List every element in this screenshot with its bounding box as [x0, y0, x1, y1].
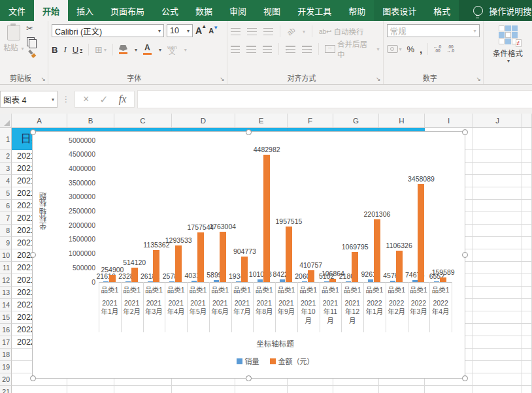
legend-item[interactable]: 销量 [237, 356, 259, 366]
selection-handle[interactable] [462, 375, 468, 381]
column-header-G[interactable]: G [333, 114, 379, 127]
cell[interactable] [473, 274, 522, 287]
row-header-2[interactable]: 2 [0, 150, 12, 163]
row-header-6[interactable]: 6 [0, 200, 12, 212]
bar-amount[interactable] [175, 245, 182, 282]
cell[interactable] [473, 287, 522, 299]
selection-handle[interactable] [462, 252, 468, 258]
cell[interactable] [522, 163, 532, 175]
cell[interactable] [473, 163, 522, 175]
bar-amount[interactable] [109, 275, 116, 282]
bold-button[interactable]: B [52, 45, 58, 55]
selection-handle[interactable] [246, 129, 252, 135]
accounting-format-button[interactable]: ▾ [387, 45, 402, 53]
selection-handle[interactable] [462, 129, 468, 135]
bar-sales[interactable] [434, 281, 439, 282]
select-all-corner[interactable] [0, 114, 12, 127]
column-header-J[interactable]: J [473, 114, 522, 127]
cell[interactable] [473, 262, 522, 274]
conditional-formatting-button[interactable]: ≠ 条件格式 ▾ [487, 25, 529, 64]
selection-handle[interactable] [30, 129, 36, 135]
cell[interactable] [473, 349, 522, 361]
cell[interactable] [522, 349, 532, 361]
ribbon-tab-公式[interactable]: 公式 [153, 0, 187, 21]
cell[interactable] [333, 386, 379, 393]
row-header-4[interactable]: 4 [0, 175, 12, 187]
cell[interactable] [522, 175, 532, 187]
cell[interactable] [522, 361, 532, 373]
cell[interactable] [522, 128, 532, 150]
bar-sales[interactable] [368, 279, 373, 282]
row-header-12[interactable]: 12 [0, 274, 12, 287]
cell[interactable] [473, 237, 522, 249]
enter-button[interactable]: ✓ [99, 93, 108, 106]
bar-amount[interactable] [263, 155, 270, 282]
align-top-icon[interactable] [231, 28, 241, 35]
name-box[interactable]: 图表 4▾ [0, 91, 58, 108]
cell[interactable] [235, 386, 288, 393]
cell[interactable] [473, 225, 522, 237]
cell[interactable] [522, 150, 532, 163]
align-middle-icon[interactable] [247, 28, 257, 35]
increase-decimal-button[interactable]: ←.0.00 [433, 45, 441, 54]
italic-button[interactable]: I [63, 44, 66, 55]
bar-sales[interactable] [148, 281, 153, 282]
cell[interactable] [473, 128, 522, 150]
font-color-button[interactable]: A [143, 44, 152, 55]
bar-amount[interactable] [352, 252, 358, 282]
row-header-8[interactable]: 8 [0, 225, 12, 237]
bar-sales[interactable] [412, 280, 418, 282]
row-header-5[interactable]: 5 [0, 187, 12, 200]
formula-input[interactable] [137, 90, 532, 108]
ribbon-tab-插入[interactable]: 插入 [68, 0, 102, 21]
contextual-tab-格式[interactable]: 格式 [425, 0, 459, 21]
selection-handle[interactable] [246, 375, 252, 381]
borders-button[interactable]: ⊞▾ [95, 44, 107, 55]
cell[interactable] [522, 249, 532, 262]
cell[interactable] [473, 361, 522, 373]
row-header-20[interactable]: 20 [0, 373, 12, 386]
row-header-9[interactable]: 9 [0, 237, 12, 249]
align-bottom-icon[interactable] [263, 28, 273, 35]
font-dialog-launcher[interactable]: ↘ [220, 76, 225, 82]
row-header-21[interactable]: 21 [0, 386, 12, 393]
cell[interactable] [473, 187, 522, 200]
column-header-A[interactable]: A [12, 114, 67, 127]
row-header-17[interactable]: 17 [0, 336, 12, 349]
cell[interactable] [522, 324, 532, 336]
cell[interactable] [522, 200, 532, 212]
number-dialog-launcher[interactable]: ↘ [476, 76, 481, 82]
format-painter-icon[interactable] [25, 48, 37, 59]
cell[interactable] [473, 336, 522, 349]
grow-font-button[interactable]: A▲ [195, 25, 206, 36]
row-header-16[interactable]: 16 [0, 324, 12, 336]
font-size-combo[interactable]: 10▾ [167, 24, 193, 37]
bar-amount[interactable] [418, 184, 424, 282]
cell[interactable] [522, 336, 532, 349]
fill-color-button[interactable] [119, 45, 127, 54]
cell[interactable] [522, 212, 532, 225]
bar-sales[interactable] [280, 279, 285, 282]
align-right-icon[interactable] [263, 46, 273, 53]
column-header-F[interactable]: F [288, 114, 333, 127]
column-header-E[interactable]: E [235, 114, 288, 127]
paste-button[interactable]: 粘贴 ▾ [3, 25, 25, 52]
ribbon-tab-开发工具[interactable]: 开发工具 [289, 0, 340, 21]
phonetic-guide-button[interactable]: wén文 [167, 45, 177, 55]
cell[interactable] [12, 386, 67, 393]
ribbon-tab-开始[interactable]: 开始 [34, 0, 68, 21]
decrease-decimal-button[interactable]: .00→.0 [446, 45, 454, 54]
tell-me-search[interactable]: 操作说明搜索 [459, 0, 532, 21]
ribbon-tab-文件[interactable]: 文件 [0, 0, 34, 21]
wrap-text-button[interactable]: ab↩自动换行 [319, 26, 364, 37]
number-format-combo[interactable]: 常规▾ [387, 24, 480, 37]
cell[interactable] [473, 386, 522, 393]
column-header-D[interactable]: D [172, 114, 235, 127]
underline-button[interactable]: U▾ [73, 45, 82, 55]
column-header-H[interactable]: H [379, 114, 425, 127]
bar-amount[interactable] [374, 219, 380, 282]
row-header-13[interactable]: 13 [0, 287, 12, 299]
bar-amount[interactable] [329, 279, 336, 282]
cell[interactable] [379, 386, 425, 393]
cell[interactable] [473, 324, 522, 336]
